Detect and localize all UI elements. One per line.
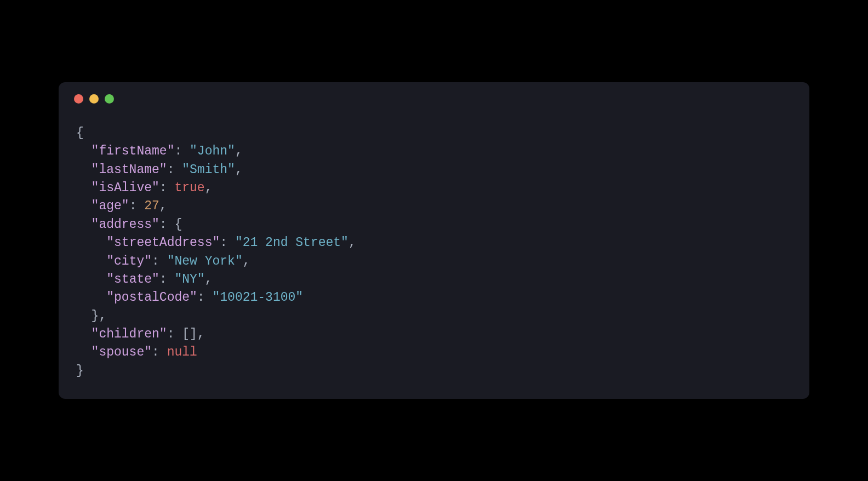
token-colon: : bbox=[167, 163, 182, 177]
token-brace: { bbox=[76, 126, 84, 140]
token-colon: : bbox=[197, 290, 213, 305]
token-comma: , bbox=[235, 144, 243, 158]
code-block: { "firstName": "John", "lastName": "Smit… bbox=[72, 124, 796, 380]
window-titlebar bbox=[72, 93, 796, 104]
token-key: "isAlive" bbox=[92, 181, 159, 195]
token-key: "city" bbox=[106, 254, 152, 268]
token-key: "children" bbox=[92, 327, 167, 341]
token-string: "Smith" bbox=[182, 163, 235, 177]
token-colon: : bbox=[129, 199, 145, 213]
token-comma: , bbox=[205, 181, 213, 195]
token-colon: : bbox=[152, 254, 167, 268]
code-line: "children": [], bbox=[76, 325, 796, 343]
token-null: null bbox=[167, 345, 197, 359]
code-window: { "firstName": "John", "lastName": "Smit… bbox=[59, 82, 809, 399]
token-string: "10021-3100" bbox=[212, 290, 303, 305]
token-bool: true bbox=[174, 181, 204, 195]
token-bracket: [] bbox=[182, 327, 197, 341]
token-string: "New York" bbox=[167, 254, 243, 268]
code-line: "postalCode": "10021-3100" bbox=[76, 289, 796, 307]
token-colon: : bbox=[152, 345, 167, 359]
token-number: 27 bbox=[144, 199, 159, 213]
token-key: "firstName" bbox=[92, 144, 175, 158]
token-brace: } bbox=[76, 364, 84, 378]
code-line: "firstName": "John", bbox=[76, 142, 796, 161]
token-colon: : bbox=[220, 236, 235, 250]
zoom-icon[interactable] bbox=[105, 94, 114, 104]
code-line: "city": "New York", bbox=[76, 253, 796, 271]
token-key: "state" bbox=[106, 272, 159, 287]
code-line: } bbox=[76, 362, 796, 380]
token-brace: } bbox=[92, 309, 99, 323]
code-line: "address": { bbox=[76, 216, 796, 234]
token-colon: : bbox=[167, 327, 182, 341]
close-icon[interactable] bbox=[74, 94, 83, 104]
token-colon: : bbox=[174, 144, 190, 158]
code-line: "age": 27, bbox=[76, 197, 796, 215]
minimize-icon[interactable] bbox=[89, 94, 99, 104]
code-line: { bbox=[76, 124, 796, 142]
code-line: "streetAddress": "21 2nd Street", bbox=[76, 234, 796, 252]
token-comma: , bbox=[197, 327, 205, 341]
token-string: "John" bbox=[190, 144, 235, 158]
code-line: }, bbox=[76, 307, 796, 325]
token-key: "postalCode" bbox=[106, 290, 197, 305]
token-brace: { bbox=[174, 217, 182, 232]
token-comma: , bbox=[235, 163, 243, 177]
token-colon: : bbox=[159, 181, 175, 195]
token-comma: , bbox=[205, 272, 213, 287]
code-line: "lastName": "Smith", bbox=[76, 161, 796, 179]
token-key: "age" bbox=[92, 199, 129, 213]
code-line: "state": "NY", bbox=[76, 271, 796, 289]
code-line: "isAlive": true, bbox=[76, 179, 796, 197]
token-key: "address" bbox=[92, 217, 159, 232]
token-comma: , bbox=[159, 199, 167, 213]
token-colon: : bbox=[159, 272, 175, 287]
token-comma: , bbox=[99, 309, 106, 323]
token-string: "NY" bbox=[174, 272, 204, 287]
code-line: "spouse": null bbox=[76, 343, 796, 362]
token-key: "lastName" bbox=[92, 163, 167, 177]
token-colon: : bbox=[159, 217, 175, 232]
token-key: "streetAddress" bbox=[106, 236, 220, 250]
token-comma: , bbox=[243, 254, 250, 268]
token-key: "spouse" bbox=[92, 345, 152, 359]
token-comma: , bbox=[349, 236, 356, 250]
token-string: "21 2nd Street" bbox=[235, 236, 349, 250]
